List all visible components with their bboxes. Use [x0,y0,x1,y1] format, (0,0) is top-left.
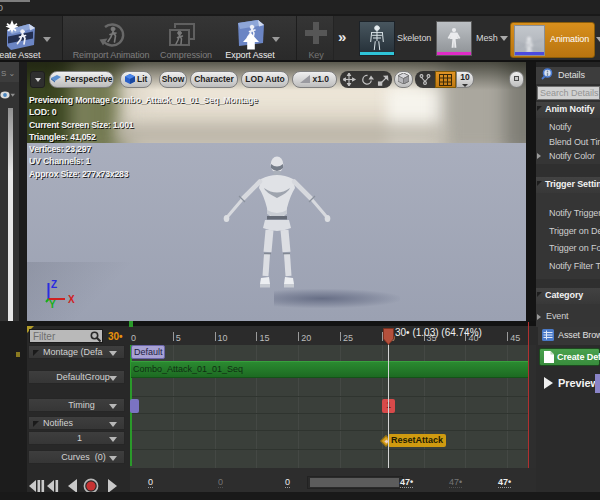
svg-text:Z: Z [51,279,57,290]
svg-text:Y: Y [49,299,56,310]
svg-text:X: X [68,294,75,305]
